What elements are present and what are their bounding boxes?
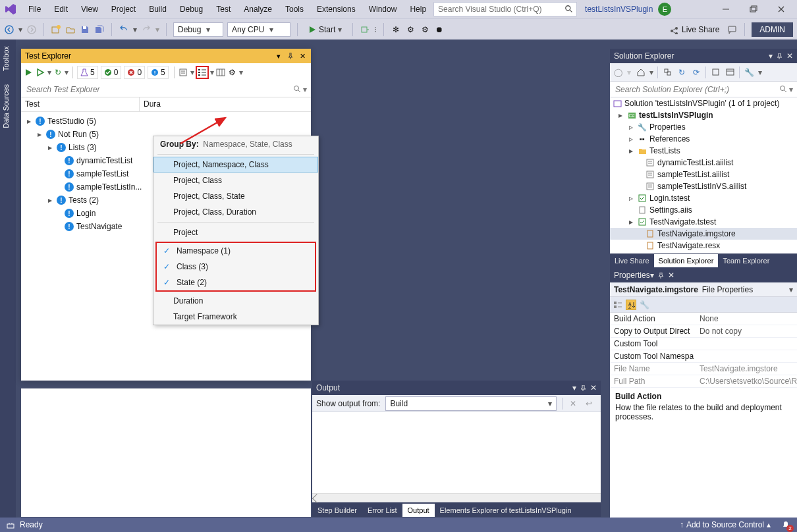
test-search-input[interactable]: [25, 84, 293, 95]
menu-edit[interactable]: Edit: [48, 2, 74, 16]
tree-row[interactable]: ▸!TestStudio (5): [21, 115, 311, 128]
sln-row[interactable]: ▹🔧Properties: [610, 121, 797, 133]
dropdown-icon[interactable]: ▾: [155, 25, 159, 34]
playlist-icon[interactable]: [179, 67, 189, 78]
sln-row[interactable]: ▹Login.tstest: [610, 192, 797, 204]
dropdown-icon[interactable]: ▾: [769, 51, 773, 61]
repeat-icon[interactable]: ↻: [53, 67, 63, 78]
dropdown-icon[interactable]: ⁝: [374, 25, 377, 34]
toggle-wrap-icon[interactable]: ↩: [584, 398, 594, 409]
group-by-option[interactable]: Project, Class, State: [153, 188, 318, 204]
col-duration[interactable]: Dura: [140, 97, 311, 111]
sln-row[interactable]: sampleTestListInVS.aiilist: [610, 180, 797, 192]
record-icon[interactable]: ⏺: [434, 24, 445, 35]
dropdown-icon[interactable]: ▾: [572, 383, 576, 392]
properties-titlebar[interactable]: Properties ▾ ✕: [610, 268, 797, 282]
sync-icon[interactable]: ↻: [676, 67, 687, 78]
refresh-icon[interactable]: ⟳: [691, 67, 701, 78]
group-by-option[interactable]: Target Framework: [153, 309, 318, 325]
group-by-option[interactable]: Project, Class: [153, 173, 318, 188]
stat-passed[interactable]: 0: [101, 66, 122, 79]
data-sources-tab[interactable]: Data Sources: [0, 78, 12, 135]
sln-row[interactable]: TestNavigate.imgstore: [610, 228, 797, 240]
window-close-icon[interactable]: [769, 2, 793, 16]
dropdown-icon[interactable]: ▾: [18, 25, 22, 34]
properties-object[interactable]: TestNavigate.imgstoreFile Properties▾: [610, 282, 797, 297]
tab-live-share[interactable]: Live Share: [610, 254, 654, 267]
start-button[interactable]: Start▾: [304, 24, 346, 36]
menu-extensions[interactable]: Extensions: [311, 2, 362, 16]
sln-row[interactable]: ▸TestNavigate.tstest: [610, 216, 797, 228]
menu-project[interactable]: Project: [105, 2, 142, 16]
live-share-button[interactable]: Live Share: [666, 24, 723, 36]
menu-view[interactable]: View: [75, 2, 104, 16]
dropdown-icon[interactable]: ▾: [239, 68, 243, 77]
dropdown-icon[interactable]: ▾: [190, 68, 194, 77]
platform-combo[interactable]: Any CPU▾: [227, 22, 290, 37]
pin-icon[interactable]: [777, 53, 783, 59]
tab-step-builder[interactable]: Step Builder: [312, 504, 362, 517]
dropdown-icon[interactable]: ▾: [627, 68, 631, 77]
solution-search-input[interactable]: [614, 84, 779, 95]
notifications-icon[interactable]: 2: [780, 519, 792, 531]
properties-icon[interactable]: 🔧: [744, 67, 754, 78]
pin-icon[interactable]: [286, 51, 295, 61]
menu-build[interactable]: Build: [143, 2, 173, 16]
prop-row[interactable]: Build ActionNone: [610, 313, 797, 325]
menu-file[interactable]: File: [22, 2, 47, 16]
columns-icon[interactable]: [215, 67, 226, 78]
gear-sparkle-icon[interactable]: ✻: [391, 24, 401, 35]
collapse-icon[interactable]: [710, 67, 721, 78]
prop-wrench-icon[interactable]: 🔧: [639, 300, 649, 310]
dropdown-icon[interactable]: ▾: [47, 68, 51, 77]
back-icon[interactable]: ◯: [613, 67, 623, 78]
prop-row[interactable]: Custom Tool: [610, 338, 797, 350]
sln-row[interactable]: Solution 'testListsInVSPlugin' (1 of 1 p…: [610, 97, 797, 109]
solution-explorer-titlebar[interactable]: Solution Explorer ▾ ✕: [610, 49, 797, 63]
test-explorer-search[interactable]: ▾: [21, 82, 311, 97]
dropdown-icon[interactable]: ▾: [758, 68, 762, 77]
new-project-icon[interactable]: [51, 24, 61, 35]
prop-row[interactable]: Custom Tool Namespa: [610, 350, 797, 363]
dropdown-icon[interactable]: ▾: [649, 68, 653, 77]
dropdown-icon[interactable]: ▾: [650, 271, 654, 280]
col-test[interactable]: Test: [21, 97, 140, 111]
close-icon[interactable]: ✕: [590, 383, 597, 392]
save-icon[interactable]: [80, 24, 90, 35]
gear-arrow-icon[interactable]: ⚙: [420, 24, 430, 35]
run-icon[interactable]: [36, 67, 46, 78]
dropdown-icon[interactable]: ▾: [210, 68, 214, 77]
output-source-combo[interactable]: Build▾: [385, 396, 557, 411]
showall-icon[interactable]: [725, 67, 735, 78]
stat-failed[interactable]: 0: [124, 66, 145, 79]
pin-icon[interactable]: [658, 273, 664, 279]
tab-team-explorer[interactable]: Team Explorer: [718, 254, 774, 267]
settings-icon[interactable]: ⚙: [227, 67, 238, 78]
step-icon[interactable]: [360, 24, 370, 35]
sln-row[interactable]: ▹▪▪References: [610, 133, 797, 145]
close-icon[interactable]: ✕: [298, 51, 307, 61]
group-by-option[interactable]: Project, Namespace, Class: [153, 157, 318, 173]
feedback-icon[interactable]: [727, 24, 738, 35]
clear-icon[interactable]: ✕: [568, 398, 578, 409]
tab-output[interactable]: Output: [402, 504, 435, 517]
dropdown-icon[interactable]: ▾: [133, 25, 137, 34]
menu-debug[interactable]: Debug: [174, 2, 209, 16]
config-combo[interactable]: Debug▾: [173, 22, 223, 37]
scope-icon[interactable]: [662, 67, 673, 78]
dropdown-icon[interactable]: ▾: [274, 51, 283, 61]
group-by-option[interactable]: Project: [153, 225, 318, 240]
dropdown-icon[interactable]: ▾: [303, 85, 307, 94]
menu-help[interactable]: Help: [404, 2, 432, 16]
sln-row[interactable]: ▸TestLists: [610, 145, 797, 157]
menu-analyze[interactable]: Analyze: [238, 2, 278, 16]
nav-fwd-icon[interactable]: [26, 24, 37, 35]
gear-icon[interactable]: ⚙: [405, 24, 416, 35]
redo-icon[interactable]: [141, 24, 151, 35]
group-by-option[interactable]: ✓Class (3): [157, 259, 315, 275]
sln-row[interactable]: Settings.aiis: [610, 204, 797, 216]
sln-row[interactable]: ▸C#testListsInVSPlugin: [610, 109, 797, 121]
group-by-option[interactable]: ✓Namespace (1): [157, 243, 315, 259]
tab-elements-explorer[interactable]: Elements Explorer of testListsInVSPlugin: [435, 504, 577, 517]
close-icon[interactable]: ✕: [668, 271, 674, 280]
